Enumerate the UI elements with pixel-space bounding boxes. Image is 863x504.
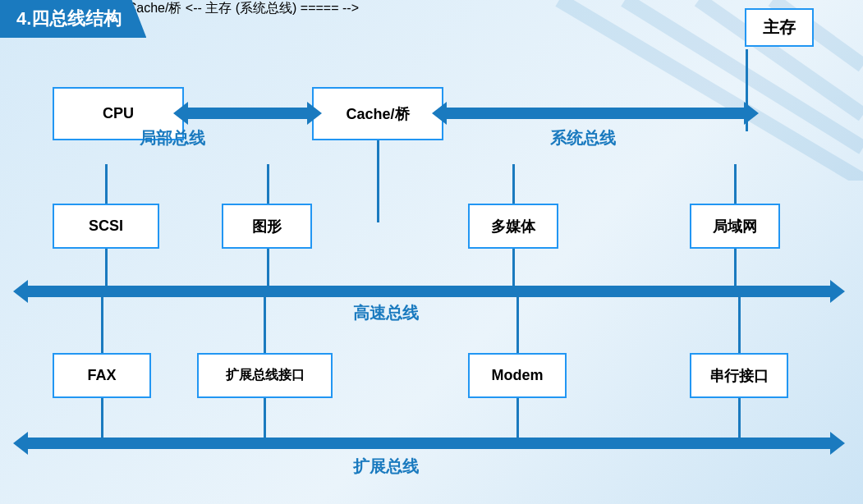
page: 4.四总线结构 主存 Cache/桥 (局部总线), Cache/桥 <-- 主…: [0, 0, 863, 504]
serial-box: 串行接口: [690, 353, 788, 398]
modem-down-line: [516, 398, 519, 439]
multimedia-down-line: [512, 249, 515, 290]
multimedia-up-line: [512, 164, 515, 204]
fax-up-line: [101, 297, 103, 353]
local-bus-label: 局部总线: [140, 127, 205, 149]
graph-up-line: [267, 164, 269, 204]
high-speed-bus-arrow: [25, 286, 833, 297]
scsi-down-line: [105, 249, 108, 290]
graph-down-line: [267, 249, 269, 290]
page-title: 4.四总线结构: [0, 0, 146, 38]
scsi-up-line: [105, 164, 108, 204]
main-memory-box: 主存: [745, 8, 814, 47]
expand-up-line: [264, 297, 266, 353]
expand-down-line: [264, 398, 266, 439]
fax-box: FAX: [53, 353, 151, 398]
lan-down-line: [734, 249, 737, 290]
expand-box: 扩展总线接口: [197, 353, 333, 398]
graph-box: 图形: [222, 204, 312, 249]
modem-box: Modem: [468, 353, 567, 398]
lan-box: 局域网: [690, 204, 780, 249]
cache-down-line: [377, 140, 379, 222]
system-bus-arrow: [443, 108, 747, 119]
serial-down-line: [738, 398, 741, 439]
cache-box: Cache/桥: [312, 87, 443, 140]
high-speed-bus-label: 高速总线: [353, 302, 419, 324]
local-bus-arrow: [185, 108, 310, 119]
serial-up-line: [738, 297, 741, 353]
expand-bus-label: 扩展总线: [353, 456, 419, 478]
lan-up-line: [734, 164, 737, 204]
system-bus-label: 系统总线: [550, 127, 616, 149]
scsi-box: SCSI: [53, 204, 159, 249]
fax-down-line: [101, 398, 103, 439]
expand-bus-arrow: [25, 438, 833, 449]
svg-line-1: [625, 0, 863, 148]
modem-up-line: [516, 297, 519, 353]
multimedia-box: 多媒体: [468, 204, 558, 249]
